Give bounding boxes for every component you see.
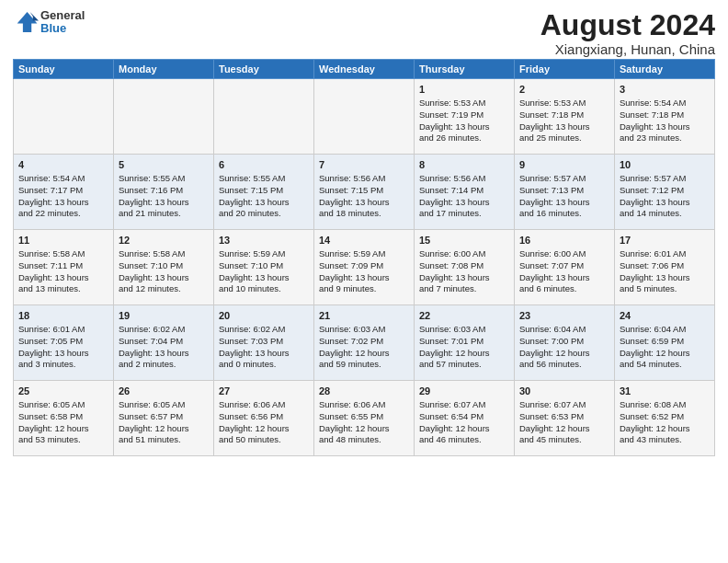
day-number: 14 — [319, 234, 409, 247]
day-info: Sunset: 7:19 PM — [419, 109, 509, 121]
day-info: and 25 minutes. — [519, 132, 609, 144]
calendar-cell: 28Sunrise: 6:06 AMSunset: 6:55 PMDayligh… — [314, 381, 415, 456]
day-info: Sunset: 7:10 PM — [219, 260, 309, 272]
day-info: and 26 minutes. — [419, 132, 509, 144]
day-info: Sunset: 7:12 PM — [620, 185, 710, 197]
calendar-cell: 17Sunrise: 6:01 AMSunset: 7:06 PMDayligh… — [615, 230, 715, 305]
day-info: Daylight: 13 hours — [519, 197, 609, 209]
day-number: 30 — [519, 385, 609, 398]
day-info: and 53 minutes. — [18, 434, 108, 446]
day-info: Sunrise: 5:57 AM — [620, 173, 710, 185]
day-info: Sunrise: 6:00 AM — [419, 248, 509, 260]
day-info: Daylight: 12 hours — [620, 423, 710, 435]
calendar-header: Sunday Monday Tuesday Wednesday Thursday… — [14, 60, 715, 79]
page-container: General Blue August 2024 Xiangxiang, Hun… — [0, 0, 728, 462]
day-info: Sunset: 7:04 PM — [119, 336, 209, 348]
day-number: 5 — [119, 158, 209, 172]
day-info: and 22 minutes. — [18, 208, 108, 220]
day-info: Sunset: 7:07 PM — [519, 260, 609, 272]
day-info: Sunset: 7:01 PM — [419, 336, 509, 348]
day-number: 3 — [620, 83, 710, 97]
day-info: Sunrise: 6:01 AM — [620, 248, 710, 260]
day-info: Sunrise: 6:04 AM — [519, 324, 609, 336]
day-info: Sunrise: 6:04 AM — [620, 324, 710, 336]
day-info: and 45 minutes. — [519, 434, 609, 446]
day-info: Daylight: 12 hours — [620, 348, 710, 360]
day-info: Sunrise: 5:59 AM — [219, 248, 309, 260]
col-tuesday: Tuesday — [214, 60, 314, 79]
day-info: and 51 minutes. — [119, 434, 209, 446]
header: General Blue August 2024 Xiangxiang, Hun… — [13, 9, 715, 57]
logo-text: General Blue — [40, 9, 85, 36]
day-info: and 21 minutes. — [119, 208, 209, 220]
title-block: August 2024 Xiangxiang, Hunan, China — [540, 9, 715, 57]
day-info: and 0 minutes. — [219, 359, 309, 371]
calendar-cell: 2Sunrise: 5:53 AMSunset: 7:18 PMDaylight… — [515, 79, 615, 155]
day-info: Sunset: 7:09 PM — [319, 260, 409, 272]
day-info: Sunset: 7:05 PM — [18, 336, 108, 348]
day-number: 9 — [519, 158, 609, 172]
day-info: and 14 minutes. — [620, 208, 710, 220]
day-info: Daylight: 13 hours — [219, 348, 309, 360]
day-number: 21 — [319, 309, 409, 323]
day-info: Sunrise: 5:57 AM — [519, 173, 609, 185]
calendar-cell: 3Sunrise: 5:54 AMSunset: 7:18 PMDaylight… — [615, 79, 715, 155]
calendar-cell: 15Sunrise: 6:00 AMSunset: 7:08 PMDayligh… — [415, 230, 515, 305]
day-info: Sunrise: 5:55 AM — [119, 173, 209, 185]
day-info: Sunrise: 5:58 AM — [119, 248, 209, 260]
calendar-cell: 5Sunrise: 5:55 AMSunset: 7:16 PMDaylight… — [114, 155, 214, 230]
day-info: and 48 minutes. — [319, 434, 409, 446]
day-info: Sunset: 7:17 PM — [18, 185, 108, 197]
day-number: 25 — [18, 385, 108, 398]
day-number: 31 — [620, 385, 710, 398]
day-info: and 16 minutes. — [519, 208, 609, 220]
calendar-cell: 25Sunrise: 6:05 AMSunset: 6:58 PMDayligh… — [14, 381, 114, 456]
day-info: Daylight: 12 hours — [419, 348, 509, 360]
day-info: Sunrise: 5:53 AM — [519, 98, 609, 109]
day-info: Daylight: 12 hours — [219, 423, 309, 435]
day-info: Sunrise: 6:07 AM — [519, 399, 609, 411]
calendar-cell: 7Sunrise: 5:56 AMSunset: 7:15 PMDaylight… — [314, 155, 415, 230]
day-info: and 59 minutes. — [319, 359, 409, 371]
day-info: Sunrise: 6:03 AM — [319, 324, 409, 336]
calendar-cell: 16Sunrise: 6:00 AMSunset: 7:07 PMDayligh… — [515, 230, 615, 305]
day-number: 29 — [419, 385, 509, 398]
day-info: Sunrise: 5:58 AM — [18, 248, 108, 260]
day-number: 4 — [18, 158, 108, 172]
day-info: Sunrise: 5:55 AM — [219, 173, 309, 185]
svg-marker-0 — [17, 12, 38, 32]
day-info: Sunset: 7:06 PM — [620, 260, 710, 272]
day-number: 13 — [219, 234, 309, 247]
day-info: Sunrise: 6:03 AM — [419, 324, 509, 336]
calendar-cell: 13Sunrise: 5:59 AMSunset: 7:10 PMDayligh… — [214, 230, 314, 305]
day-info: Sunset: 7:00 PM — [519, 336, 609, 348]
calendar-cell: 4Sunrise: 5:54 AMSunset: 7:17 PMDaylight… — [14, 155, 114, 230]
day-info: and 17 minutes. — [419, 208, 509, 220]
day-number: 24 — [620, 309, 710, 323]
col-sunday: Sunday — [14, 60, 114, 79]
col-wednesday: Wednesday — [314, 60, 415, 79]
col-monday: Monday — [114, 60, 214, 79]
calendar-cell: 22Sunrise: 6:03 AMSunset: 7:01 PMDayligh… — [415, 305, 515, 381]
day-number: 11 — [18, 234, 108, 247]
calendar-cell: 29Sunrise: 6:07 AMSunset: 6:54 PMDayligh… — [415, 381, 515, 456]
day-info: Daylight: 13 hours — [18, 272, 108, 284]
calendar-body: 1Sunrise: 5:53 AMSunset: 7:19 PMDaylight… — [14, 79, 715, 456]
day-number: 23 — [519, 309, 609, 323]
calendar-cell — [314, 79, 415, 155]
header-row: Sunday Monday Tuesday Wednesday Thursday… — [14, 60, 715, 79]
day-info: and 5 minutes. — [620, 283, 710, 295]
day-info: Sunrise: 5:53 AM — [419, 98, 509, 109]
calendar-cell: 19Sunrise: 6:02 AMSunset: 7:04 PMDayligh… — [114, 305, 214, 381]
day-info: Sunrise: 6:02 AM — [219, 324, 309, 336]
day-info: Sunset: 7:18 PM — [519, 109, 609, 121]
day-number: 18 — [18, 309, 108, 323]
day-info: Daylight: 13 hours — [219, 197, 309, 209]
calendar-cell: 26Sunrise: 6:05 AMSunset: 6:57 PMDayligh… — [114, 381, 214, 456]
calendar-cell: 23Sunrise: 6:04 AMSunset: 7:00 PMDayligh… — [515, 305, 615, 381]
day-info: Daylight: 13 hours — [119, 197, 209, 209]
calendar-cell: 24Sunrise: 6:04 AMSunset: 6:59 PMDayligh… — [615, 305, 715, 381]
calendar-table: Sunday Monday Tuesday Wednesday Thursday… — [13, 59, 715, 456]
day-info: and 3 minutes. — [18, 359, 108, 371]
day-info: and 6 minutes. — [519, 283, 609, 295]
